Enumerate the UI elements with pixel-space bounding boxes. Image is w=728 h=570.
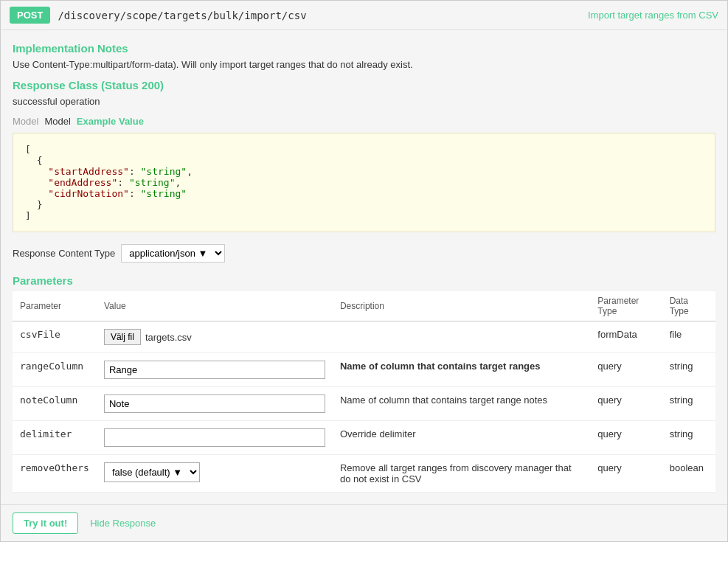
param-desc-notecolumn: Name of column that contains target rang… [340,395,547,406]
endpoint-path: /discovery/scope/targets/bulk/import/csv [58,10,306,21]
data-type-delimiter: string [670,428,693,439]
param-desc-rangecolumn: Name of column that contains target rang… [340,361,541,372]
footer-bar: Try it out! Hide Response [1,504,727,541]
table-header-row: Parameter Value Description Parameter Ty… [13,291,715,322]
model-link[interactable]: Model [44,116,70,127]
response-content-type-label: Response Content Type [13,248,115,259]
data-type-notecolumn: string [670,395,693,406]
try-it-out-button[interactable]: Try it out! [13,512,78,534]
file-input-row: Välj fil targets.csv [104,329,325,345]
param-type-removeothers: query [597,462,622,473]
param-type-notecolumn: query [597,395,622,406]
example-value-link[interactable]: Example Value [77,116,144,127]
content-area: Implementation Notes Use Content-Type:mu… [1,30,727,504]
method-badge: POST [10,7,50,24]
response-content-type-row: Response Content Type application/json ▼ [13,244,715,263]
response-content-type-select[interactable]: application/json ▼ [121,244,225,263]
implementation-notes-text: Use Content-Type:multipart/form-data). W… [13,59,715,70]
table-row: rangeColumn Name of column that contains… [13,353,715,387]
model-label: Model [13,116,38,127]
table-row: delimiter Override delimiter query strin… [13,421,715,455]
param-desc-removeothers: Remove all target ranges from discovery … [340,462,572,484]
table-row: noteColumn Name of column that contains … [13,387,715,421]
col-parameter: Parameter [13,291,97,322]
implementation-notes-section: Implementation Notes Use Content-Type:mu… [13,42,715,70]
header-bar: POST /discovery/scope/targets/bulk/impor… [1,1,727,30]
parameters-section: Parameters Parameter Value Description P… [13,274,715,493]
parameters-heading: Parameters [13,274,715,287]
col-description: Description [333,291,590,322]
data-type-rangecolumn: string [670,361,693,372]
param-name-removeothers: removeOthers [20,462,89,473]
param-name-csvfile: csvFile [20,329,60,340]
removeothers-select[interactable]: false (default) ▼ true [104,462,200,482]
data-type-csvfile: file [670,329,682,340]
param-type-rangecolumn: query [597,361,622,372]
table-row: csvFile Välj fil targets.csv formData fi… [13,322,715,353]
header-left: POST /discovery/scope/targets/bulk/impor… [10,7,307,24]
param-type-delimiter: query [597,428,622,439]
param-name-notecolumn: noteColumn [20,395,77,406]
hide-response-link[interactable]: Hide Response [90,518,156,529]
param-desc-delimiter: Override delimiter [340,428,416,439]
col-data-type: Data Type [662,291,715,322]
delimiter-input[interactable] [104,428,325,447]
api-endpoint-panel: POST /discovery/scope/targets/bulk/impor… [0,0,728,542]
code-example-box: [ { "startAddress": "string", "endAddres… [13,133,715,232]
response-class-section: Response Class (Status 200) successful o… [13,79,715,107]
implementation-notes-heading: Implementation Notes [13,42,715,55]
response-class-heading: Response Class (Status 200) [13,79,715,91]
param-name-rangecolumn: rangeColumn [20,361,83,372]
col-param-type: Parameter Type [590,291,662,322]
response-class-status-text: successful operation [13,96,715,107]
table-row: removeOthers false (default) ▼ true Remo… [13,455,715,493]
param-name-delimiter: delimiter [20,428,72,439]
col-value: Value [97,291,333,322]
data-type-removeothers: boolean [670,462,704,473]
param-type-csvfile: formData [597,329,637,340]
file-choose-button[interactable]: Välj fil [104,329,141,345]
endpoint-title: Import target ranges from CSV [588,10,718,21]
model-row: Model Model Example Value [13,116,715,127]
parameters-table: Parameter Value Description Parameter Ty… [13,291,715,493]
file-name-display: targets.csv [145,332,192,343]
notecolumn-input[interactable] [104,395,325,413]
rangecolumn-input[interactable] [104,361,325,379]
